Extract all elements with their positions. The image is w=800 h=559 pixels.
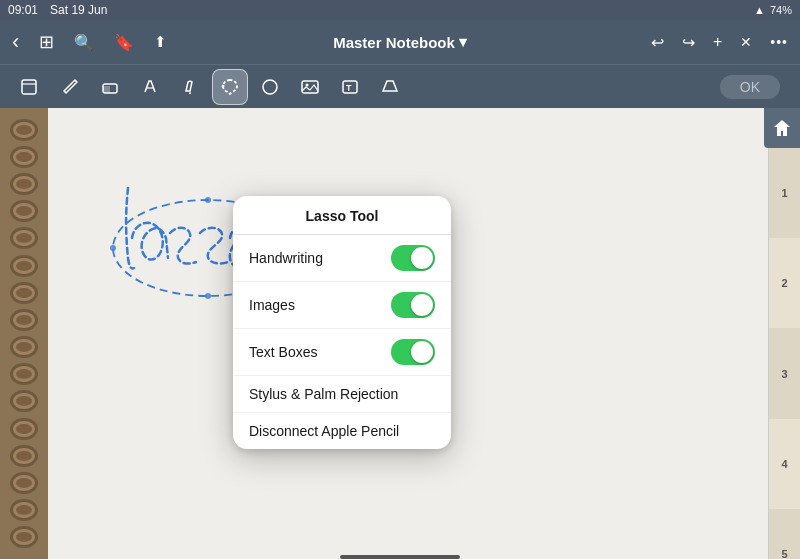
spiral-ring [10, 255, 38, 277]
handwriting-label: Handwriting [249, 250, 323, 266]
tab-3[interactable]: 3 [768, 328, 800, 418]
bookmark-icon[interactable]: 🔖 [110, 29, 138, 56]
pages-tool[interactable] [12, 69, 48, 105]
images-label: Images [249, 297, 295, 313]
main-area: 1 2 3 4 5 [0, 108, 800, 559]
time: 09:01 [8, 3, 38, 17]
add-page-button[interactable]: + [709, 29, 726, 55]
spiral-ring [10, 119, 38, 141]
handwriting-toggle[interactable] [391, 245, 435, 271]
marker-tool[interactable] [132, 69, 168, 105]
spiral-ring [10, 309, 38, 331]
grid-icon[interactable]: ⊞ [35, 27, 58, 57]
shapes-tool[interactable] [252, 69, 288, 105]
toolbar: T OK [0, 64, 800, 108]
wifi-icon: ▲ [754, 4, 765, 16]
back-button[interactable]: ‹ [8, 25, 23, 59]
tab-1[interactable]: 1 [768, 148, 800, 238]
spiral-ring [10, 200, 38, 222]
svg-point-12 [110, 245, 116, 251]
spiral-binding [0, 108, 48, 559]
battery-percent: 74% [770, 4, 792, 16]
images-item[interactable]: Images [233, 282, 451, 329]
svg-point-5 [222, 84, 225, 87]
spiral-ring [10, 173, 38, 195]
nav-right: ↩ ↪ + ✕ ••• [647, 29, 792, 56]
svg-rect-0 [22, 80, 36, 94]
home-tab[interactable] [764, 108, 800, 148]
svg-rect-3 [103, 86, 110, 93]
spiral-ring [10, 282, 38, 304]
share-icon[interactable]: ⬆ [150, 29, 171, 55]
stylus-rejection-item[interactable]: Stylus & Palm Rejection [233, 376, 451, 413]
text-boxes-item[interactable]: Text Boxes [233, 329, 451, 376]
stylus-rejection-label: Stylus & Palm Rejection [249, 386, 398, 402]
nav-left: ‹ ⊞ 🔍 🔖 ⬆ [8, 25, 171, 59]
nav-title-area[interactable]: Master Notebook ▾ [333, 33, 467, 51]
spiral-ring [10, 363, 38, 385]
home-indicator [340, 555, 460, 559]
spiral-ring [10, 499, 38, 521]
tab-2[interactable]: 2 [768, 238, 800, 328]
disconnect-pencil-item[interactable]: Disconnect Apple Pencil [233, 413, 451, 449]
spiral-ring [10, 526, 38, 548]
eraser-tool[interactable] [92, 69, 128, 105]
nav-bar: ‹ ⊞ 🔍 🔖 ⬆ Master Notebook ▾ ↩ ↪ + ✕ ••• [0, 20, 800, 64]
svg-text:T: T [346, 83, 352, 93]
svg-point-8 [306, 83, 309, 86]
spiral-ring [10, 445, 38, 467]
title-dropdown-icon: ▾ [459, 33, 467, 51]
notebook-page[interactable]: 1 2 3 4 5 [48, 108, 800, 559]
date: Sat 19 Jun [50, 3, 107, 17]
popup-title: Lasso Tool [233, 196, 451, 235]
spiral-ring [10, 390, 38, 412]
image-tool[interactable] [292, 69, 328, 105]
disconnect-pencil-label: Disconnect Apple Pencil [249, 423, 399, 439]
tab-4[interactable]: 4 [768, 419, 800, 509]
handwriting-item[interactable]: Handwriting [233, 235, 451, 282]
svg-point-6 [263, 80, 277, 94]
close-button[interactable]: ✕ [736, 30, 756, 54]
status-bar: 09:01 Sat 19 Jun ▲ 74% [0, 0, 800, 20]
status-right: ▲ 74% [754, 4, 792, 16]
tab-5[interactable]: 5 [768, 509, 800, 559]
text-boxes-label: Text Boxes [249, 344, 317, 360]
lasso-tool[interactable] [212, 69, 248, 105]
search-icon[interactable]: 🔍 [70, 29, 98, 56]
text-boxes-toggle[interactable] [391, 339, 435, 365]
spiral-ring [10, 336, 38, 358]
ruler-tool[interactable] [372, 69, 408, 105]
undo-button[interactable]: ↩ [647, 29, 668, 56]
pen-tool[interactable] [52, 69, 88, 105]
spiral-ring [10, 418, 38, 440]
spiral-ring [10, 227, 38, 249]
ok-button[interactable]: OK [740, 79, 760, 95]
spiral-ring [10, 146, 38, 168]
svg-point-15 [205, 293, 211, 299]
status-left: 09:01 Sat 19 Jun [8, 3, 107, 17]
textbox-tool[interactable]: T [332, 69, 368, 105]
pencil-tool[interactable] [172, 69, 208, 105]
images-toggle[interactable] [391, 292, 435, 318]
redo-button[interactable]: ↪ [678, 29, 699, 56]
spiral-ring [10, 472, 38, 494]
more-button[interactable]: ••• [766, 30, 792, 54]
notebook-title: Master Notebook [333, 34, 455, 51]
tab-strip: 1 2 3 4 5 [768, 148, 800, 559]
svg-point-14 [205, 197, 211, 203]
lasso-popup: Lasso Tool Handwriting Images Text Boxes… [233, 196, 451, 449]
